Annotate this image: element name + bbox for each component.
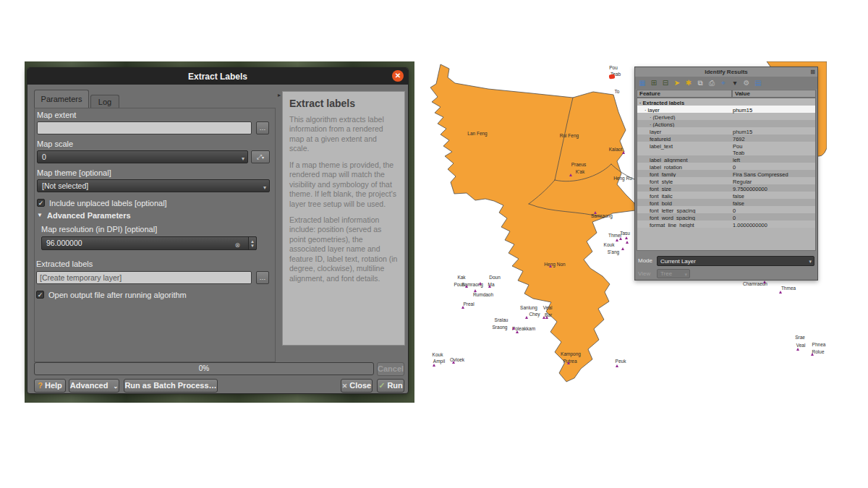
identify-row[interactable]: label_alignmentleft (637, 155, 815, 163)
identify-row[interactable]: font_boldfalse (637, 199, 815, 206)
value-cell: false (733, 199, 815, 206)
value-cell: 0 (733, 163, 815, 170)
identify-row[interactable]: format_line_height1.0000000000 (637, 221, 815, 228)
open-output-checkbox[interactable]: ✓ (36, 291, 44, 299)
identify-features-icon[interactable]: ⌖ (719, 79, 728, 87)
map-feature-label: Pou (609, 66, 618, 71)
point-marker-icon (488, 285, 491, 288)
expand-new-results-icon[interactable]: ➤ (673, 79, 681, 87)
map-feature-label: Sanlung (520, 306, 537, 311)
feature-cell: layer (637, 127, 733, 134)
point-marker-icon (452, 361, 455, 364)
map-feature-label: Heng Non (544, 262, 565, 267)
tab-parameters[interactable]: Parameters (34, 90, 89, 108)
help-panel-splitter[interactable]: ▸ (278, 92, 281, 98)
chevron-down-icon: ▾ (242, 154, 244, 163)
advanced-button[interactable]: Advanced ⌄ (69, 379, 119, 393)
dialog-title: Extract Labels (188, 72, 247, 82)
value-cell: Regular (733, 177, 815, 184)
value-cell (733, 120, 815, 127)
map-feature-label: Lan Feng (467, 132, 487, 137)
map-feature-label: Phnea (812, 343, 826, 348)
identify-row[interactable]: font_word_spacing0 (637, 213, 815, 221)
map-resolution-input[interactable]: 96.000000 ⊗ (41, 236, 257, 250)
identify-results-table[interactable]: · Extracted labels· layerphum15· (Derive… (637, 98, 816, 251)
cancel-button[interactable]: Cancel (377, 362, 404, 376)
identify-row[interactable]: font_familyFira Sans Compressed (637, 170, 815, 177)
map-extent-input[interactable] (37, 121, 252, 134)
value-cell: 1.0000000000 (733, 221, 815, 228)
map-feature-label: Kak (457, 275, 465, 281)
map-feature-label: Heng Ru (613, 176, 632, 181)
map-extent-label: Map extent (37, 111, 76, 119)
identify-panel-titlebar[interactable]: Identify Results ⊠ (635, 67, 817, 77)
run-button-label: Run (387, 381, 402, 390)
identify-row[interactable]: · (Derived) (637, 113, 815, 120)
value-column-header[interactable]: Value (732, 90, 816, 98)
map-scale-label: Map scale (37, 140, 73, 148)
map-feature-label: Rumdaoh (473, 293, 493, 298)
identify-row[interactable]: label_textPou Teab (637, 142, 815, 155)
identify-row[interactable]: font_size9.7500000000 (637, 184, 815, 192)
close-button-label: Close (349, 381, 371, 390)
run-batch-button[interactable]: Run as Batch Process… (124, 379, 218, 393)
map-resolution-label: Map resolution (in DPI) [optional] (41, 225, 157, 234)
map-feature-label: Sralau (495, 318, 509, 323)
identify-row[interactable]: font_styleRegular (637, 177, 815, 184)
close-window-icon[interactable]: ✕ (392, 70, 404, 82)
help-button[interactable]: ?Help (34, 379, 66, 393)
include-unplaced-checkbox[interactable]: ✓ (37, 199, 45, 207)
point-marker-icon (616, 364, 618, 367)
dialog-titlebar[interactable]: Extract Labels ✕ (27, 68, 408, 85)
help-title: Extract labels (289, 98, 398, 109)
view-select[interactable]: Tree ▾ (657, 269, 690, 278)
set-scale-from-canvas-button[interactable]: ⤢▾ (251, 150, 270, 163)
map-feature-label: Praeus (571, 163, 587, 168)
form-view-icon[interactable]: ▦ (638, 79, 647, 87)
identify-row[interactable]: font_letter_spacing0 (637, 206, 815, 213)
map-extent-browse-button[interactable]: … (256, 121, 269, 134)
advanced-button-label: Advanced (70, 381, 109, 390)
close-button[interactable]: ✕Close (341, 379, 373, 393)
extracted-labels-browse-button[interactable]: … (256, 271, 269, 284)
resolution-spinner[interactable]: ▲▼ (248, 236, 257, 250)
map-theme-select[interactable]: [Not selected] ▾ (37, 179, 270, 192)
help-form-icon[interactable]: ▤ (754, 79, 762, 87)
run-button[interactable]: ✓Run (377, 379, 404, 393)
print-response-icon[interactable]: ⎙ (707, 79, 716, 87)
map-scale-select[interactable]: 0 ▾ (37, 150, 248, 163)
point-marker-icon (626, 241, 629, 244)
feature-cell: font_word_spacing (637, 213, 733, 221)
identify-row[interactable]: · layerphum15 (637, 106, 815, 113)
identify-row[interactable]: layerphum15 (637, 127, 815, 134)
value-cell: Pou Teab (733, 142, 815, 155)
identify-mode-caret-icon[interactable]: ▾ (731, 79, 739, 87)
identify-row[interactable]: featureid7692 (637, 134, 815, 142)
settings-icon[interactable]: ⚙ (742, 79, 751, 87)
identify-row[interactable]: label_rotation0 (637, 163, 815, 170)
open-output-label: Open output file after running algorithm (48, 291, 187, 299)
expand-tree-icon[interactable]: ⊞ (650, 79, 658, 87)
feature-column-header[interactable]: Feature (637, 90, 732, 98)
identify-row[interactable]: font_italicfalse (637, 192, 815, 199)
mode-select[interactable]: Current Layer ▾ (657, 256, 814, 266)
value-cell (733, 113, 815, 120)
clear-value-icon[interactable]: ⊗ (234, 241, 240, 250)
close-panel-icon[interactable]: ⊠ (810, 69, 815, 75)
tab-log[interactable]: Log (90, 95, 119, 108)
feature-cell: font_italic (637, 192, 733, 199)
help-icon: ? (38, 381, 43, 390)
map-feature-label: To (615, 90, 620, 95)
feature-cell: label_rotation (637, 163, 733, 170)
identify-row[interactable]: · Extracted labels (637, 98, 815, 106)
collapse-tree-icon[interactable]: ⊟ (661, 79, 670, 87)
copy-feature-icon[interactable]: ⧉ (696, 79, 705, 87)
advanced-expander-icon[interactable]: ▼ (37, 212, 43, 218)
identify-row[interactable]: · (Actions) (637, 120, 815, 127)
feature-cell: font_size (637, 184, 733, 192)
point-marker-icon (525, 316, 528, 319)
clear-results-icon[interactable]: ✱ (684, 79, 693, 87)
extracted-labels-input[interactable]: [Create temporary layer] (36, 271, 252, 284)
chevron-down-icon: ▾ (263, 183, 266, 192)
advanced-parameters-label[interactable]: Advanced Parameters (47, 211, 131, 220)
